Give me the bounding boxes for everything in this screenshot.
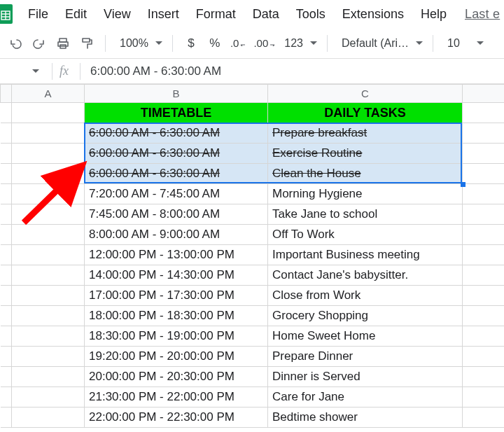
format-percent-button[interactable]: % bbox=[204, 32, 226, 55]
task-cell[interactable]: Grocery Shopping bbox=[268, 306, 463, 326]
row-header[interactable] bbox=[1, 144, 12, 164]
cell[interactable] bbox=[463, 326, 505, 347]
cell[interactable] bbox=[463, 204, 505, 225]
timetable-cell[interactable]: 19:20:00 PM - 20:00:00 PM bbox=[85, 347, 268, 367]
cell[interactable] bbox=[12, 387, 85, 407]
row-header[interactable] bbox=[1, 265, 12, 286]
cell[interactable] bbox=[12, 265, 85, 286]
row-header[interactable] bbox=[1, 407, 12, 428]
select-all-corner[interactable] bbox=[1, 85, 12, 103]
row-header[interactable] bbox=[1, 387, 12, 407]
cell[interactable] bbox=[12, 367, 85, 387]
format-currency-button[interactable]: $ bbox=[180, 32, 202, 55]
cell[interactable] bbox=[12, 144, 85, 164]
cell[interactable] bbox=[463, 164, 505, 184]
cell[interactable] bbox=[12, 306, 85, 326]
cell[interactable] bbox=[463, 225, 505, 245]
cell[interactable] bbox=[12, 103, 85, 123]
cell[interactable] bbox=[463, 245, 505, 265]
task-cell[interactable]: Morning Hygiene bbox=[268, 184, 463, 204]
task-cell[interactable]: Contact Jane's babysitter. bbox=[268, 265, 463, 286]
timetable-cell[interactable]: 22:00:00 PM - 22:30:00 PM bbox=[85, 407, 268, 428]
undo-button[interactable] bbox=[4, 32, 27, 55]
row-header[interactable] bbox=[1, 347, 12, 367]
paint-format-button[interactable] bbox=[76, 32, 98, 55]
menu-extensions[interactable]: Extensions bbox=[334, 3, 412, 26]
row-header[interactable] bbox=[1, 306, 12, 326]
spreadsheet-grid[interactable]: A B C TIMETABLEDAILY TASKS6:00:00 AM - 6… bbox=[0, 84, 504, 432]
cell[interactable] bbox=[12, 286, 85, 306]
task-cell[interactable]: Exercise Routine bbox=[268, 144, 463, 164]
row-header[interactable] bbox=[1, 204, 12, 225]
cell[interactable] bbox=[12, 225, 85, 245]
task-cell[interactable]: Take Jane to school bbox=[268, 204, 463, 225]
cell[interactable] bbox=[463, 306, 505, 326]
timetable-cell[interactable]: 6:00:00 AM - 6:30:00 AM bbox=[85, 123, 268, 144]
task-cell[interactable]: Bedtime shower bbox=[268, 407, 463, 428]
cell[interactable] bbox=[12, 204, 85, 225]
task-cell[interactable]: Home Sweet Home bbox=[268, 326, 463, 347]
cell[interactable] bbox=[463, 387, 505, 407]
cell[interactable] bbox=[12, 245, 85, 265]
cell[interactable] bbox=[463, 347, 505, 367]
row-header[interactable] bbox=[1, 245, 12, 265]
task-cell[interactable]: Care for Jane bbox=[268, 387, 463, 407]
task-cell[interactable]: Clean the House bbox=[268, 164, 463, 184]
menu-format[interactable]: Format bbox=[188, 3, 244, 26]
menu-file[interactable]: File bbox=[20, 3, 57, 26]
task-cell[interactable]: Important Business meeting bbox=[268, 245, 463, 265]
task-cell[interactable]: Prepare breakfast bbox=[268, 123, 463, 144]
cell[interactable] bbox=[12, 123, 85, 144]
cell[interactable] bbox=[463, 407, 505, 428]
cell[interactable] bbox=[463, 265, 505, 286]
timetable-cell[interactable]: 18:00:00 PM - 18:30:00 PM bbox=[85, 306, 268, 326]
increase-decimal-button[interactable]: .00 bbox=[251, 32, 279, 55]
row-header[interactable] bbox=[1, 184, 12, 204]
task-cell[interactable]: Close from Work bbox=[268, 286, 463, 306]
menu-help[interactable]: Help bbox=[412, 3, 455, 26]
more-formats-dropdown[interactable]: 123 bbox=[280, 32, 320, 55]
cell[interactable] bbox=[463, 184, 505, 204]
column-header-c[interactable]: C bbox=[268, 85, 463, 103]
daily-tasks-header-cell[interactable]: DAILY TASKS bbox=[268, 103, 463, 123]
row-header[interactable] bbox=[1, 367, 12, 387]
row-header[interactable] bbox=[1, 123, 12, 144]
timetable-cell[interactable]: 14:00:00 PM - 14:30:00 PM bbox=[85, 265, 268, 286]
column-header-d[interactable] bbox=[463, 85, 505, 103]
task-cell[interactable]: Dinner is Served bbox=[268, 367, 463, 387]
menu-view[interactable]: View bbox=[95, 3, 139, 26]
timetable-header-cell[interactable]: TIMETABLE bbox=[85, 103, 268, 123]
cell[interactable] bbox=[463, 286, 505, 306]
timetable-cell[interactable]: 6:00:00 AM - 6:30:00 AM bbox=[85, 144, 268, 164]
cell[interactable] bbox=[12, 164, 85, 184]
timetable-cell[interactable]: 12:00:00 PM - 13:00:00 PM bbox=[85, 245, 268, 265]
row-header[interactable] bbox=[1, 225, 12, 245]
cell[interactable] bbox=[12, 326, 85, 347]
cell[interactable] bbox=[463, 367, 505, 387]
task-cell[interactable]: Off To Work bbox=[268, 225, 463, 245]
row-header[interactable] bbox=[1, 164, 12, 184]
redo-button[interactable] bbox=[28, 32, 50, 55]
font-family-dropdown[interactable]: Default (Ari… bbox=[335, 32, 426, 55]
name-box[interactable] bbox=[0, 69, 45, 73]
timetable-cell[interactable]: 21:30:00 PM - 22:00:00 PM bbox=[85, 387, 268, 407]
print-button[interactable] bbox=[52, 32, 74, 55]
cell[interactable] bbox=[12, 407, 85, 428]
cell[interactable] bbox=[12, 347, 85, 367]
menu-data[interactable]: Data bbox=[244, 3, 288, 26]
task-cell[interactable]: Prepare Dinner bbox=[268, 347, 463, 367]
timetable-cell[interactable]: 8:00:00 AM - 9:00:00 AM bbox=[85, 225, 268, 245]
row-header[interactable] bbox=[1, 326, 12, 347]
cell[interactable] bbox=[463, 103, 505, 123]
row-header[interactable] bbox=[1, 286, 12, 306]
column-header-a[interactable]: A bbox=[12, 85, 85, 103]
last-edit-link[interactable]: Last e bbox=[465, 7, 500, 22]
cell[interactable] bbox=[463, 144, 505, 164]
cell[interactable] bbox=[12, 184, 85, 204]
font-size-dropdown[interactable]: 10 bbox=[440, 32, 486, 55]
formula-input[interactable]: 6:00:00 AM - 6:30:00 AM bbox=[90, 64, 221, 78]
cell[interactable] bbox=[463, 123, 505, 144]
timetable-cell[interactable]: 7:45:00 AM - 8:00:00 AM bbox=[85, 204, 268, 225]
menu-edit[interactable]: Edit bbox=[57, 3, 95, 26]
column-header-b[interactable]: B bbox=[85, 85, 268, 103]
